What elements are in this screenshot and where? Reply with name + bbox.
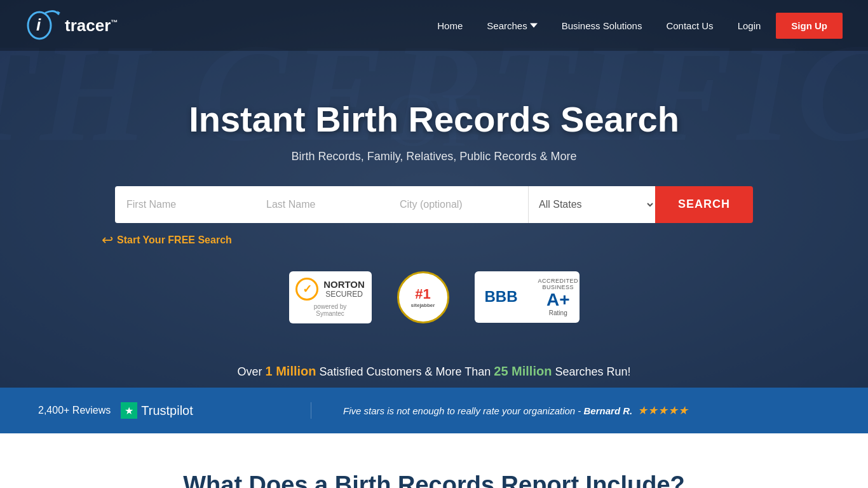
- trustpilot-quote-text: Five stars is not enough to really rate …: [343, 405, 584, 416]
- sitejabber-rank: #1: [415, 286, 430, 302]
- logo-text: tracer™: [65, 16, 118, 36]
- logo[interactable]: i tracer™: [25, 8, 118, 43]
- trustpilot-name: Trustpilot: [141, 403, 193, 418]
- hero-content: Instant Birth Records Search Birth Recor…: [0, 60, 868, 349]
- norton-badge: ✓ NORTON SECURED powered by Symantec: [289, 271, 372, 323]
- nav-home[interactable]: Home: [428, 15, 471, 36]
- bbb-rating: A+: [538, 290, 579, 310]
- nav-business[interactable]: Business Solutions: [553, 15, 651, 36]
- stats-suffix: Searches Run!: [555, 365, 630, 378]
- trustpilot-author: Bernard R.: [584, 405, 633, 416]
- trustpilot-quote: Five stars is not enough to really rate …: [311, 403, 868, 417]
- norton-powered: powered by Symantec: [299, 303, 362, 317]
- hero-section: BIRTH CERTIFICATE OF Instant Birth Recor…: [0, 0, 868, 388]
- norton-check-icon: ✓: [295, 278, 318, 301]
- nav-links: Home Searches Business Solutions Contact…: [428, 13, 843, 39]
- hero-stats: Over 1 Million Satisfied Customers & Mor…: [237, 364, 630, 379]
- trustpilot-star-icon: ★: [121, 402, 137, 419]
- trust-badges: ✓ NORTON SECURED powered by Symantec #1 …: [25, 271, 843, 323]
- hero-title: Instant Birth Records Search: [25, 98, 843, 140]
- sitejabber-name: sitejabber: [411, 302, 435, 308]
- sitejabber-badge: #1 sitejabber: [397, 271, 449, 323]
- logo-icon: i: [25, 8, 64, 43]
- search-bar: All StatesAlabamaAlaskaArizonaArkansasCa…: [25, 186, 843, 223]
- svg-text:i: i: [36, 15, 41, 34]
- nav-contact[interactable]: Contact Us: [657, 15, 722, 36]
- search-button[interactable]: SEARCH: [655, 186, 753, 223]
- bbb-rating-label: Rating: [538, 309, 579, 316]
- last-name-input[interactable]: [255, 186, 388, 223]
- nav-login[interactable]: Login: [729, 15, 770, 36]
- bbb-badge: BBB ACCREDITED BUSINESS A+ Rating: [475, 271, 580, 323]
- norton-label: NORTON: [323, 279, 365, 290]
- trustpilot-reviews-count: 2,400+ Reviews: [38, 405, 111, 416]
- trustpilot-stars: ★★★★★: [637, 404, 688, 417]
- trustpilot-logo: ★ Trustpilot: [121, 402, 193, 419]
- free-search-link[interactable]: Start Your FREE Search: [117, 234, 232, 246]
- hero-subtitle: Birth Records, Family, Relatives, Public…: [25, 150, 843, 163]
- stats-1m: 1 Million: [266, 364, 316, 378]
- city-input[interactable]: [388, 186, 528, 223]
- nav-searches[interactable]: Searches: [478, 15, 546, 36]
- free-search-arrow-icon: ↩: [102, 232, 113, 248]
- first-name-input[interactable]: [115, 186, 255, 223]
- below-fold: What Does a Birth Records Report Include…: [0, 433, 868, 488]
- stats-prefix: Over: [237, 365, 265, 378]
- logo-tm: ™: [111, 18, 118, 26]
- below-title: What Does a Birth Records Report Include…: [89, 471, 779, 488]
- trustpilot-bar: 2,400+ Reviews ★ Trustpilot Five stars i…: [0, 388, 868, 433]
- nav-signup-button[interactable]: Sign Up: [776, 13, 843, 39]
- bbb-logo: BBB: [485, 288, 518, 306]
- stats-25m: 25 Million: [494, 364, 552, 378]
- chevron-down-icon: [530, 22, 538, 29]
- logo-tracer: tracer: [65, 16, 111, 35]
- state-select[interactable]: All StatesAlabamaAlaskaArizonaArkansasCa…: [528, 186, 655, 223]
- navbar: i tracer™ Home Searches Business Solutio…: [0, 0, 868, 51]
- stats-middle: Satisfied Customers & More Than: [320, 365, 494, 378]
- free-search-area: ↩ Start Your FREE Search: [25, 232, 843, 248]
- bbb-accredited: ACCREDITED BUSINESS: [538, 278, 579, 290]
- norton-secured-text: SECURED: [323, 290, 365, 299]
- trustpilot-left: 2,400+ Reviews ★ Trustpilot: [0, 402, 311, 419]
